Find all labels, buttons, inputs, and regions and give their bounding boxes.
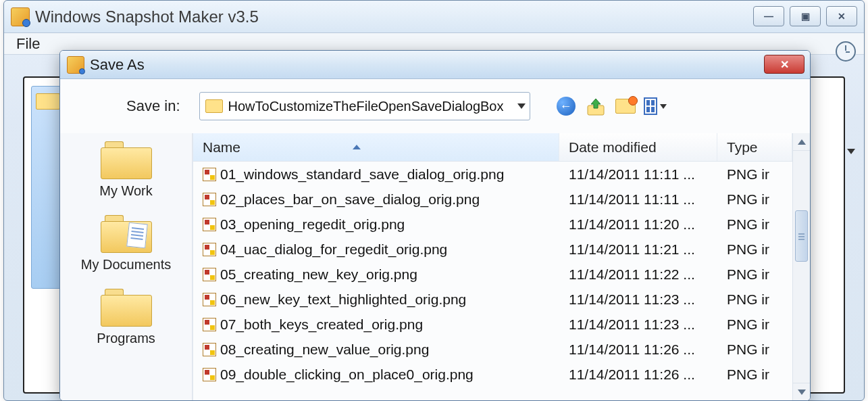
file-row[interactable]: 07_both_keys_created_orig.png11/14/2011 … (193, 312, 792, 337)
png-file-icon (203, 368, 216, 381)
file-type-cell: PNG ir (717, 341, 792, 358)
png-file-icon (203, 318, 216, 331)
file-date-cell: 11/14/2011 11:26 ... (559, 341, 717, 358)
save-in-value: HowToCustomizeTheFileOpenSaveDialogBox (228, 99, 504, 114)
file-name: 07_both_keys_created_orig.png (220, 316, 423, 333)
scroll-down-button[interactable] (793, 383, 810, 400)
places-item-label: Programs (97, 331, 155, 346)
file-rows: 01_windows_standard_save_dialog_orig.png… (193, 162, 792, 400)
views-icon (644, 97, 657, 115)
chevron-down-icon (847, 149, 855, 154)
scroll-thumb[interactable] (795, 210, 808, 262)
file-row[interactable]: 01_windows_standard_save_dialog_orig.png… (193, 162, 792, 187)
places-item-my-work[interactable]: My Work (60, 136, 192, 210)
close-icon: ✕ (838, 11, 846, 22)
file-name-cell: 09_double_clicking_on_place0_orig.png (193, 367, 559, 383)
arrow-left-icon: ← (557, 97, 576, 116)
file-row[interactable]: 09_double_clicking_on_place0_orig.png11/… (193, 362, 792, 387)
file-row[interactable]: 03_opening_regedit_orig.png11/14/2011 11… (193, 212, 792, 237)
save-in-combo[interactable]: HowToCustomizeTheFileOpenSaveDialogBox (199, 92, 530, 120)
dialog-titlebar[interactable]: Save As ✕ (60, 51, 810, 79)
column-header-type[interactable]: Type (717, 133, 792, 161)
clock-icon[interactable] (836, 41, 856, 62)
main-window-title: Windows Snapshot Maker v3.5 (35, 7, 259, 26)
back-button[interactable]: ← (555, 95, 578, 118)
column-header-label: Name (203, 139, 240, 156)
file-name: 04_uac_dialog_for_regedit_orig.png (220, 241, 447, 258)
menu-file[interactable]: File (9, 34, 47, 54)
places-item-programs[interactable]: Programs (60, 283, 192, 357)
column-header-date[interactable]: Date modified (559, 133, 717, 161)
file-date-cell: 11/14/2011 11:11 ... (559, 191, 717, 208)
folder-up-icon (586, 96, 606, 116)
file-type-cell: PNG ir (717, 216, 792, 233)
save-in-row: Save in: HowToCustomizeTheFileOpenSaveDi… (60, 79, 810, 133)
column-header-label: Date modified (569, 139, 657, 156)
chevron-down-icon (660, 104, 667, 109)
file-name-cell: 01_windows_standard_save_dialog_orig.png (193, 166, 559, 183)
file-name: 03_opening_regedit_orig.png (220, 216, 405, 233)
file-date-cell: 11/14/2011 11:26 ... (559, 367, 717, 383)
maximize-button[interactable]: ▣ (790, 6, 821, 26)
file-name: 02_places_bar_on_save_dialog_orig.png (220, 191, 480, 208)
file-name-cell: 07_both_keys_created_orig.png (193, 316, 559, 333)
application-icon (67, 56, 84, 74)
file-date-cell: 11/14/2011 11:20 ... (559, 216, 717, 233)
column-header-name[interactable]: Name (193, 133, 559, 161)
places-item-label: My Documents (81, 257, 171, 273)
file-name-cell: 02_places_bar_on_save_dialog_orig.png (193, 191, 559, 208)
dialog-title: Save As (90, 56, 145, 74)
save-as-dialog: Save As ✕ Save in: HowToCustomizeTheFile… (59, 50, 811, 401)
chevron-down-icon (517, 103, 526, 109)
png-file-icon (203, 343, 216, 356)
list-scrollbar[interactable] (792, 133, 810, 400)
application-icon (11, 7, 30, 26)
navigation-buttons: ← (555, 95, 667, 118)
sort-ascending-icon (353, 145, 361, 149)
save-in-label: Save in: (126, 97, 180, 115)
dialog-close-button[interactable]: ✕ (764, 55, 805, 74)
file-row[interactable]: 02_places_bar_on_save_dialog_orig.png11/… (193, 187, 792, 212)
file-type-cell: PNG ir (717, 166, 792, 183)
new-folder-icon (615, 99, 636, 114)
folder-icon (101, 141, 152, 179)
folder-icon (36, 93, 60, 110)
minimize-button[interactable]: — (753, 6, 784, 26)
file-name-cell: 05_creating_new_key_orig.png (193, 266, 559, 283)
places-item-my-documents[interactable]: My Documents (60, 210, 192, 283)
views-menu-button[interactable] (644, 95, 667, 118)
column-header-label: Type (727, 139, 758, 156)
file-name: 09_double_clicking_on_place0_orig.png (220, 367, 474, 383)
chevron-up-icon (798, 139, 806, 145)
file-name: 08_creating_new_value_orig.png (220, 341, 429, 358)
file-type-cell: PNG ir (717, 367, 792, 383)
scroll-up-button[interactable] (793, 133, 810, 151)
close-button[interactable]: ✕ (826, 6, 857, 26)
close-icon: ✕ (780, 58, 789, 71)
column-headers: Name Date modified Type (193, 133, 792, 162)
file-name-cell: 06_new_key_text_highlighted_orig.png (193, 291, 559, 308)
main-titlebar[interactable]: Windows Snapshot Maker v3.5 — ▣ ✕ (4, 1, 864, 33)
file-type-cell: PNG ir (717, 316, 792, 333)
file-name: 06_new_key_text_highlighted_orig.png (220, 291, 466, 308)
file-row[interactable]: 08_creating_new_value_orig.png11/14/2011… (193, 337, 792, 362)
file-name-cell: 04_uac_dialog_for_regedit_orig.png (193, 241, 559, 258)
new-folder-button[interactable] (614, 95, 637, 118)
places-bar: My Work My Documents Programs (60, 133, 193, 400)
png-file-icon (203, 293, 216, 306)
file-date-cell: 11/14/2011 11:23 ... (559, 316, 717, 333)
file-type-cell: PNG ir (717, 241, 792, 258)
file-list: Name Date modified Type 01_windows_stand… (193, 133, 792, 400)
file-date-cell: 11/14/2011 11:22 ... (559, 266, 717, 283)
up-one-level-button[interactable] (584, 95, 607, 118)
file-type-cell: PNG ir (717, 291, 792, 308)
file-name: 01_windows_standard_save_dialog_orig.png (220, 166, 504, 183)
file-row[interactable]: 04_uac_dialog_for_regedit_orig.png11/14/… (193, 237, 792, 262)
png-file-icon (203, 218, 216, 231)
file-name: 05_creating_new_key_orig.png (220, 266, 417, 283)
folder-icon (101, 289, 152, 327)
file-row[interactable]: 05_creating_new_key_orig.png11/14/2011 1… (193, 262, 792, 287)
file-row[interactable]: 06_new_key_text_highlighted_orig.png11/1… (193, 287, 792, 312)
png-file-icon (203, 268, 216, 281)
png-file-icon (203, 168, 216, 181)
